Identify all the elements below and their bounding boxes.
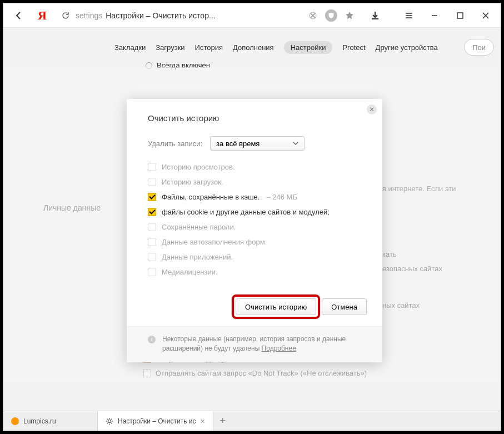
back-button[interactable] — [6, 4, 32, 27]
gear-icon — [106, 417, 113, 425]
option-app-data[interactable]: Данные приложений. — [148, 253, 366, 261]
clear-history-dialog: ✕ Очистить историю Удалить записи: за вс… — [127, 99, 382, 362]
nav-downloads[interactable]: Загрузки — [156, 43, 184, 52]
clear-history-button[interactable]: Очистить историю — [236, 298, 316, 315]
yandex-logo[interactable]: Я — [32, 8, 52, 23]
favicon-icon — [11, 417, 19, 425]
option-autofill[interactable]: Данные автозаполнения форм. — [148, 238, 366, 246]
option-browsing-history[interactable]: Историю просмотров. — [148, 163, 366, 171]
checkbox-icon[interactable] — [148, 253, 156, 261]
period-label: Удалить записи: — [148, 139, 202, 148]
nav-devices[interactable]: Другие устройства — [376, 43, 438, 52]
nav-settings[interactable]: Настройки — [284, 41, 333, 54]
reload-icon[interactable] — [61, 11, 70, 20]
svg-rect-1 — [457, 13, 463, 18]
cancel-button[interactable]: Отмена — [322, 298, 367, 315]
option-cached-files[interactable]: Файлы, сохранённые в кэше.– 246 МБ — [148, 193, 366, 201]
dialog-title: Очистить историю — [148, 113, 366, 123]
checkbox-icon[interactable] — [148, 208, 156, 216]
dialog-footer: i Некоторые данные (например, история за… — [127, 326, 382, 362]
menu-button[interactable] — [396, 4, 422, 27]
titlebar: Я settingsНастройки – Очистить истор... — [3, 3, 501, 28]
checkbox-icon[interactable] — [148, 268, 156, 276]
dialog-close-button[interactable]: ✕ — [367, 104, 377, 114]
checkbox-icon[interactable] — [148, 193, 156, 201]
settings-search[interactable]: Пои — [464, 39, 494, 56]
new-tab-button[interactable]: + — [213, 411, 232, 431]
close-tab-icon[interactable]: × — [200, 417, 204, 426]
nav-history[interactable]: История — [195, 43, 223, 52]
option-download-history[interactable]: Историю загрузок. — [148, 178, 366, 186]
option-saved-passwords[interactable]: Сохранённые пароли. — [148, 223, 366, 231]
checkbox-icon[interactable] — [148, 223, 156, 231]
tab-label: Настройки – Очистить ис — [118, 417, 196, 425]
tab-bar: Lumpics.ru Настройки – Очистить ис × + — [3, 411, 501, 431]
period-select[interactable]: за всё время — [210, 136, 305, 151]
protect-icon[interactable] — [325, 9, 337, 22]
action-icon[interactable] — [308, 11, 317, 20]
tab-lumpics[interactable]: Lumpics.ru — [3, 411, 98, 431]
svg-point-2 — [108, 420, 111, 422]
close-window-button[interactable] — [473, 4, 498, 27]
checkbox-icon[interactable] — [148, 163, 156, 171]
top-nav: Закладки Загрузки История Дополнения Нас… — [114, 41, 438, 54]
tab-settings[interactable]: Настройки – Очистить ис × — [98, 411, 213, 431]
content-area: Закладки Загрузки История Дополнения Нас… — [3, 28, 501, 411]
chevron-down-icon — [293, 141, 298, 146]
download-icon[interactable] — [371, 11, 380, 20]
option-media-licenses[interactable]: Медиалицензии. — [148, 268, 366, 276]
address-text[interactable]: settingsНастройки – Очистить истор... — [76, 11, 308, 20]
learn-more-link[interactable]: Подробнее — [262, 345, 296, 352]
minimize-button[interactable] — [422, 4, 447, 27]
address-bar[interactable]: settingsНастройки – Очистить истор... — [57, 7, 358, 24]
nav-bookmarks[interactable]: Закладки — [114, 43, 146, 52]
nav-addons[interactable]: Дополнения — [233, 43, 274, 52]
checkbox-icon[interactable] — [148, 178, 156, 186]
bookmark-star-icon[interactable] — [345, 11, 354, 20]
nav-protect[interactable]: Protect — [342, 43, 365, 52]
tab-label: Lumpics.ru — [23, 417, 56, 425]
checkbox-icon[interactable] — [148, 238, 156, 246]
info-icon: i — [148, 336, 156, 343]
maximize-button[interactable] — [447, 4, 473, 27]
option-cookies[interactable]: файлы cookie и другие данные сайтов и мо… — [148, 208, 366, 216]
